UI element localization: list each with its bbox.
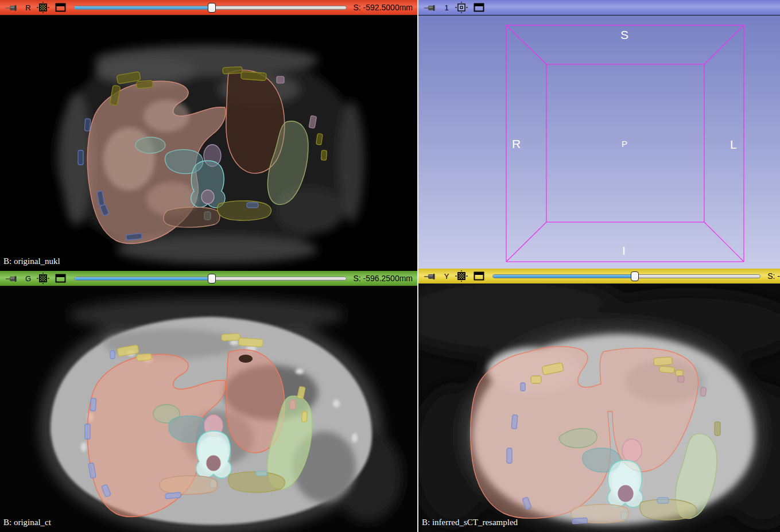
center-view-icon[interactable] xyxy=(455,2,468,13)
threeD-view: 1 S R L P I xyxy=(418,0,780,269)
slice-intersection-icon[interactable] xyxy=(37,2,49,13)
pin-icon[interactable] xyxy=(6,275,18,282)
slider-handle[interactable] xyxy=(208,3,216,13)
slider-track[interactable] xyxy=(492,274,760,278)
background-volume-label: B: original_nukl xyxy=(3,257,60,266)
orientation-label-right: R xyxy=(512,137,521,151)
segment-spinal-cord xyxy=(207,456,220,471)
orientation-label-superior: S xyxy=(620,28,628,42)
segment-muscle-tan xyxy=(160,476,218,494)
yellow-slice-viewport[interactable]: B: inferred_sCT_resampled xyxy=(418,284,780,532)
orientation-label-posterior: P xyxy=(622,139,627,149)
yellow-slice-offset-readout: S: - xyxy=(767,271,780,281)
segment-spinal-cord xyxy=(618,486,633,502)
slice-intersection-icon[interactable] xyxy=(37,273,49,284)
segment-vertebra xyxy=(196,431,231,478)
red-slice-offset-readout: S: -592.5000mm xyxy=(354,3,413,12)
background-volume-label: B: inferred_sCT_resampled xyxy=(422,518,518,527)
background-volume-label: B: original_ct xyxy=(3,518,51,527)
slider-handle[interactable] xyxy=(208,274,216,284)
yellow-slice-view: Y S: - xyxy=(418,269,780,532)
green-slice-offset-slider[interactable] xyxy=(74,273,346,284)
maximize-view-icon[interactable] xyxy=(474,271,484,281)
red-slice-view: R S: -592.5000mm xyxy=(0,0,417,271)
view-label-red: R xyxy=(25,3,31,12)
red-slice-offset-slider[interactable] xyxy=(74,2,347,13)
maximize-view-icon[interactable] xyxy=(55,3,66,12)
yellow-slice-offset-slider[interactable] xyxy=(492,271,760,281)
green-slice-viewport[interactable]: B: original_ct xyxy=(0,286,417,532)
pin-icon[interactable] xyxy=(424,273,437,280)
segment-bowel xyxy=(164,207,220,227)
segment-gallbladder xyxy=(135,137,165,153)
orientation-label-inferior: I xyxy=(622,244,626,258)
view-label-green: G xyxy=(25,274,31,283)
threeD-viewport[interactable]: S R L P I xyxy=(418,15,780,269)
maximize-view-icon[interactable] xyxy=(474,3,484,12)
green-slice-controller: G S: -596.2500mm xyxy=(0,271,417,286)
green-slice-view: G S: -596.2500mm xyxy=(0,271,417,532)
maximize-view-icon[interactable] xyxy=(55,274,66,283)
view-label-1: 1 xyxy=(444,3,449,12)
orientation-label-left: L xyxy=(730,138,737,152)
segment-aorta xyxy=(622,439,642,462)
green-slice-offset-readout: S: -596.2500mm xyxy=(354,274,413,283)
slider-fill xyxy=(493,275,635,278)
pin-icon[interactable] xyxy=(6,4,18,11)
segment-muscle-olive xyxy=(218,201,271,220)
slider-handle[interactable] xyxy=(631,271,639,281)
slider-fill xyxy=(75,6,212,9)
view-label-yellow: Y xyxy=(444,272,449,281)
pane-divider xyxy=(417,0,418,532)
segment-spinal-cord xyxy=(201,190,214,204)
four-up-layout: R S: -592.5000mm xyxy=(0,0,780,532)
yellow-slice-controller: Y S: - xyxy=(418,269,780,284)
red-slice-controller: R S: -592.5000mm xyxy=(0,0,417,15)
red-slice-viewport[interactable]: B: original_nukl xyxy=(0,15,417,271)
pin-icon[interactable] xyxy=(424,4,437,11)
threeD-view-controller: 1 xyxy=(418,0,780,15)
slider-fill xyxy=(75,277,212,280)
slice-intersection-icon[interactable] xyxy=(455,270,468,282)
